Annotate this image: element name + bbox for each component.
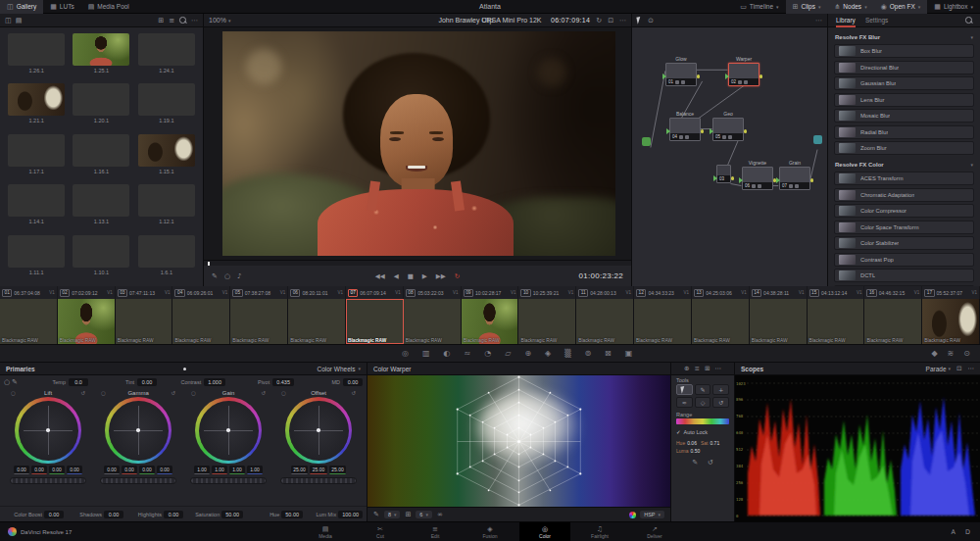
timeline-clip[interactable]: 08 05:03:22:03 V1 Blackmagic RAW [404, 286, 462, 344]
adjustment-value[interactable]: 50.00 [281, 511, 303, 518]
wheel-value[interactable]: 1.00 [194, 466, 210, 474]
sat-steps-dropdown[interactable]: 6▾ [416, 511, 432, 518]
wheel-value[interactable]: 0.00 [139, 466, 155, 474]
top-right-button[interactable]: ⋔ Nodes ▾ [827, 0, 873, 14]
tracker-icon[interactable]: ⊕ [524, 349, 531, 358]
fx-item[interactable]: Contrast Pop [834, 253, 974, 267]
collaboration-icon[interactable]: A [952, 528, 956, 536]
clip-thumbnail[interactable]: Blackmagic RAW [864, 299, 922, 344]
adjustment-value[interactable]: 0.00 [343, 378, 363, 386]
wheel-reset-icon[interactable]: ↺ [80, 390, 85, 396]
adjustment-value[interactable]: 0.00 [104, 511, 123, 518]
keyframes-icon[interactable]: ◆ [931, 349, 937, 358]
gallery-still[interactable]: 1.19.1 [137, 83, 196, 128]
still-thumbnail[interactable] [73, 33, 129, 66]
clip-thumbnail[interactable]: Blackmagic RAW [518, 299, 576, 344]
top-left-button[interactable]: ▤ Media Pool [81, 0, 136, 14]
fx-item[interactable]: Mosaic Blur [834, 109, 974, 123]
clip-thumbnail[interactable]: Blackmagic RAW [58, 299, 116, 344]
memories-icon[interactable]: ▤ [16, 17, 23, 25]
clip-thumbnail[interactable]: Blackmagic RAW [288, 299, 346, 344]
fx-item[interactable]: Lens Blur [834, 93, 974, 107]
fx-section-title[interactable]: Resolve FX Color [835, 162, 884, 168]
master-wheel-slider[interactable] [100, 477, 176, 484]
fx-item[interactable]: Directional Blur [834, 61, 974, 74]
blur-icon[interactable]: ▒ [564, 349, 570, 358]
expand-icon[interactable]: ⊡ [608, 17, 613, 25]
fx-item[interactable]: ACES Transform [834, 172, 974, 185]
clip-thumbnail[interactable]: Blackmagic RAW [172, 299, 230, 344]
play-icon[interactable]: ▶ [422, 272, 427, 280]
scopes-icon[interactable]: ≋ [948, 349, 955, 358]
fx-item[interactable]: Radial Blur [834, 125, 974, 139]
auto-lock-toggle[interactable]: ✓ Auto Lock [671, 424, 734, 437]
node-output-port[interactable] [697, 74, 701, 78]
warper-mesh[interactable] [368, 375, 670, 507]
tool-value[interactable]: 0.06 [687, 440, 697, 446]
grid-view-icon[interactable]: ⊞ [158, 17, 164, 25]
adjustment-value[interactable]: 100.00 [338, 511, 363, 518]
tool-value[interactable]: 0.50 [691, 448, 701, 454]
viewer-zoom-level[interactable]: 100% [209, 17, 226, 24]
top-right-button[interactable]: ▦ Lightbox ▾ [927, 0, 980, 14]
picker-icon[interactable]: ✎ [12, 378, 18, 386]
wheel-value[interactable]: 0.00 [14, 466, 29, 474]
adjustment-value[interactable]: 1.000 [204, 378, 225, 386]
library-tab[interactable]: Settings [865, 14, 889, 27]
node-input-port[interactable] [710, 128, 713, 134]
viewer-canvas[interactable] [204, 27, 631, 260]
wheel-reset-icon[interactable]: ↺ [351, 390, 356, 396]
page-tab[interactable]: ▤ Media [300, 522, 351, 541]
add-point-tool-button[interactable]: + [712, 384, 729, 395]
still-thumbnail[interactable] [73, 235, 129, 268]
top-right-button[interactable]: ◉ Open FX ▾ [874, 0, 928, 14]
clip-thumbnail[interactable]: Blackmagic RAW [808, 299, 865, 344]
tools-header-icon[interactable]: ⊕ [684, 365, 689, 372]
gallery-still[interactable]: 1.21.1 [7, 83, 66, 128]
project-manager-icon[interactable]: D [965, 528, 970, 536]
fx-item[interactable]: Gaussian Blur [834, 76, 974, 90]
graph-node[interactable]: Vignette 06 [742, 160, 773, 190]
node-thumbnail[interactable]: 04 [669, 118, 701, 141]
curve-tool-button[interactable]: ≈ [676, 397, 693, 408]
timeline-clip[interactable]: 16 04:46:32:15 V1 Blackmagic RAW [864, 286, 922, 344]
wheel-indicator[interactable] [317, 428, 320, 432]
audio-mute-icon[interactable]: ♪ [237, 272, 241, 280]
stop-icon[interactable]: ■ [408, 272, 414, 280]
tools-header-icon[interactable]: ≡ [695, 365, 700, 372]
timeline-clip[interactable]: 15 04:13:12:14 V1 Blackmagic RAW [808, 286, 865, 344]
wheel-value[interactable]: 0.00 [157, 466, 172, 474]
timeline-clip[interactable]: 05 07:38:27:08 V1 Blackmagic RAW [230, 286, 288, 344]
clip-thumbnail[interactable]: Blackmagic RAW [346, 299, 404, 344]
still-albums-icon[interactable]: ◫ [5, 17, 12, 25]
still-thumbnail[interactable] [138, 184, 195, 217]
draw-grid-icon[interactable]: ✎ [373, 511, 379, 518]
gallery-still[interactable]: 1.11.1 [7, 235, 66, 280]
still-thumbnail[interactable] [73, 83, 129, 116]
gallery-still[interactable]: 1.6.1 [137, 235, 196, 280]
timeline-clip[interactable]: 09 10:02:28:17 V1 Blackmagic RAW [462, 286, 519, 344]
page-tab[interactable]: ≡ Edit [410, 522, 461, 541]
wheel-value[interactable]: 25.00 [329, 466, 347, 474]
key-icon[interactable]: ⊚ [584, 349, 591, 358]
node-view-mode[interactable]: Clip [481, 17, 493, 24]
reset-tool-button[interactable]: ↺ [712, 397, 729, 408]
node-thumbnail[interactable]: 02 [728, 63, 760, 86]
wheel-value[interactable]: 0.00 [49, 466, 65, 474]
scope-mode-dropdown[interactable]: Parade ▾ [926, 366, 951, 372]
info-icon[interactable]: ⊙ [963, 349, 970, 358]
adjustment-value[interactable]: 0.0 [69, 378, 88, 386]
gallery-still[interactable]: 1.17.1 [7, 134, 66, 179]
tool-value-field[interactable]: Sat 0.71 [701, 440, 719, 446]
still-thumbnail[interactable] [138, 235, 195, 268]
fx-item[interactable]: DCTL [834, 269, 974, 282]
go-to-start-icon[interactable]: ◀◀ [375, 272, 385, 280]
clip-thumbnail[interactable]: Blackmagic RAW [0, 299, 58, 344]
node-thumbnail[interactable]: 06 [742, 167, 773, 190]
adjustment-value[interactable]: 50.00 [221, 511, 243, 518]
gallery-still[interactable]: 1.16.1 [72, 134, 130, 179]
tool-value-field[interactable]: Luma 0.50 [676, 448, 700, 454]
wheels-mode-dropdown[interactable]: Color Wheels ▾ [317, 366, 361, 372]
timeline-clip[interactable]: 17 05:52:37:07 V1 Blackmagic RAW [922, 286, 980, 344]
collapse-icon[interactable]: ▾ [970, 34, 973, 40]
